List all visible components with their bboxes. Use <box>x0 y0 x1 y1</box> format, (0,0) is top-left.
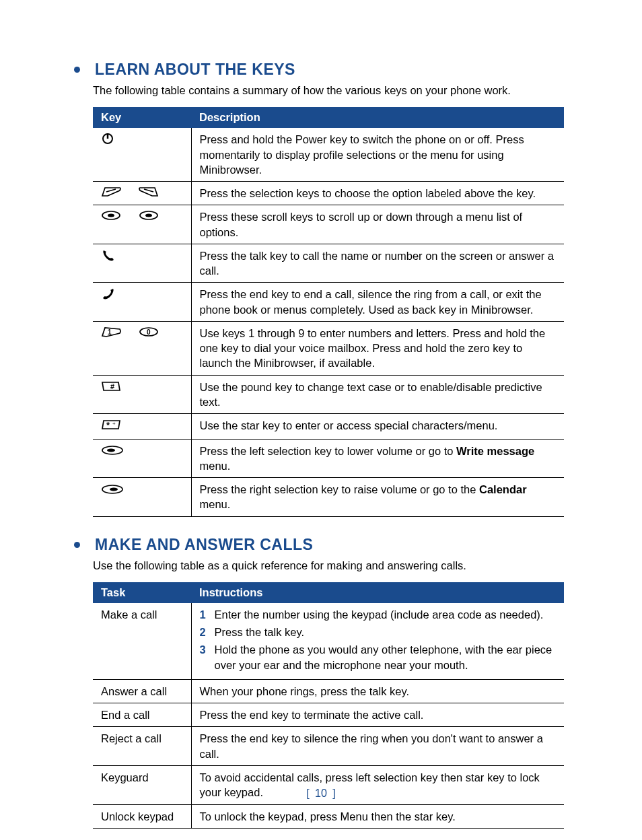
col-header-instructions: Instructions <box>191 582 564 603</box>
task-name: End a call <box>93 703 191 727</box>
svg-line-2 <box>106 189 116 192</box>
task-instructions: Enter the number using the keypad (inclu… <box>191 603 564 680</box>
svg-text:0: 0 <box>147 328 151 336</box>
svg-point-15 <box>107 449 115 452</box>
key-description: Press the talk key to call the name or n… <box>191 244 564 283</box>
one-key-icon: 1 <box>101 326 121 341</box>
svg-point-5 <box>108 214 114 217</box>
task-name: Unlock keypad <box>93 804 191 828</box>
page-number: [ 10 ] <box>0 788 642 800</box>
svg-text:1: 1 <box>108 328 112 336</box>
scroll-down-icon <box>139 209 159 224</box>
table-row: Press the talk key to call the name or n… <box>93 244 564 283</box>
key-description: Press these scroll keys to scroll up or … <box>191 205 564 244</box>
keys-table: Key Description Press and hold the Power… <box>93 107 564 516</box>
instruction-step: Press the talk key. <box>200 625 557 639</box>
col-header-key: Key <box>93 107 191 128</box>
table-row: Press the left selection key to lower vo… <box>93 439 564 478</box>
task-name: Make a call <box>93 603 191 680</box>
section-intro: Use the following table as a quick refer… <box>93 558 568 573</box>
table-row: Reject a call Press the end key to silen… <box>93 727 564 766</box>
instruction-step: Enter the number using the keypad (inclu… <box>200 607 557 622</box>
star-key-icon: *+ <box>101 419 121 434</box>
table-row: Press the right selection key to raise v… <box>93 478 564 517</box>
svg-point-7 <box>145 214 152 217</box>
task-instructions: When your phone rings, press the talk ke… <box>191 679 564 703</box>
task-instructions: Press the end key to terminate the activ… <box>191 703 564 727</box>
selection-key-left-icon <box>101 186 121 201</box>
task-name: Answer a call <box>93 679 191 703</box>
key-description: Use keys 1 through 9 to enter numbers an… <box>191 321 564 375</box>
table-row: Press the selection keys to choose the o… <box>93 182 564 205</box>
key-description: Use the star key to enter or access spec… <box>191 414 564 439</box>
svg-line-3 <box>144 189 153 192</box>
col-header-task: Task <box>93 582 191 603</box>
svg-point-17 <box>110 487 118 491</box>
col-header-description: Description <box>191 107 564 128</box>
key-description: Press and hold the Power key to switch t… <box>191 128 564 181</box>
selection-key-right-icon <box>139 186 159 201</box>
key-description: Press the selection keys to choose the o… <box>191 182 564 205</box>
table-row: Answer a call When your phone rings, pre… <box>93 679 564 703</box>
table-row: Unlock keypad To unlock the keypad, pres… <box>93 804 564 828</box>
key-description: Use the pound key to change text case or… <box>191 375 564 414</box>
table-row: End a call Press the end key to terminat… <box>93 703 564 727</box>
table-row: Press these scroll keys to scroll up or … <box>93 205 564 244</box>
task-instructions: To unlock the keypad, press Menu then th… <box>191 804 564 828</box>
table-row: *+ Use the star key to enter or access s… <box>93 414 564 439</box>
table-row: # Use the pound key to change text case … <box>93 375 564 414</box>
table-row: Press the end key to end a call, silence… <box>93 283 564 322</box>
power-icon <box>101 132 114 149</box>
section-heading-keys: LEARN ABOUT THE KEYS <box>74 61 568 79</box>
key-description: Press the right selection key to raise v… <box>191 478 564 517</box>
talk-key-icon <box>101 248 116 267</box>
instruction-step: Hold the phone as you would any other te… <box>200 642 557 672</box>
right-selection-key-icon <box>101 483 124 498</box>
left-selection-key-icon <box>101 444 124 459</box>
pound-key-icon: # <box>101 380 121 396</box>
svg-text:+: + <box>112 421 116 427</box>
key-description: Press the left selection key to lower vo… <box>191 439 564 478</box>
section-intro: The following table contains a summary o… <box>93 83 568 98</box>
task-instructions: Press the end key to silence the ring wh… <box>191 727 564 766</box>
bullet-icon <box>74 542 80 548</box>
table-row: Make a call Enter the number using the k… <box>93 603 564 680</box>
section-title: LEARN ABOUT THE KEYS <box>95 61 295 79</box>
section-heading-calls: MAKE AND ANSWER CALLS <box>74 536 568 554</box>
scroll-up-icon <box>101 209 121 224</box>
key-description: Press the end key to end a call, silence… <box>191 283 564 322</box>
section-title: MAKE AND ANSWER CALLS <box>95 536 313 554</box>
end-key-icon <box>101 287 116 305</box>
document-page: LEARN ABOUT THE KEYS The following table… <box>0 0 642 840</box>
table-row: 1 0 Use keys 1 through 9 to enter number… <box>93 321 564 375</box>
task-name: Reject a call <box>93 727 191 766</box>
zero-key-icon: 0 <box>139 326 159 341</box>
svg-text:#: # <box>110 382 114 390</box>
table-row: Press and hold the Power key to switch t… <box>93 128 564 181</box>
bullet-icon <box>74 67 80 73</box>
